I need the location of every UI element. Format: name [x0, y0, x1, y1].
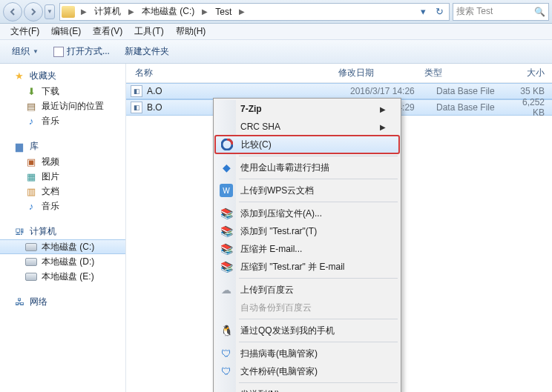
sidebar-item-pictures[interactable]: ▦图片 — [0, 169, 125, 184]
winrar-icon: 📚 — [220, 207, 233, 220]
sidebar-item-drive-d[interactable]: 本地磁盘 (D:) — [0, 254, 125, 269]
guanjia-shield-icon: 🛡 — [220, 347, 233, 360]
sidebar-item-downloads[interactable]: ⬇下载 — [0, 84, 125, 99]
compare-icon — [220, 138, 234, 151]
chevron-right-icon[interactable]: ▶ — [197, 7, 212, 16]
toolbar-open-mode[interactable]: 打开方式... — [46, 42, 117, 61]
column-date[interactable]: 修改日期 — [338, 67, 424, 79]
file-icon: ◧ — [131, 102, 142, 113]
ctx-jinshan-scan[interactable]: ◆ 使用金山毒霸进行扫描 — [215, 159, 399, 176]
crumb-computer[interactable]: 计算机 — [91, 4, 124, 19]
drive-icon — [25, 273, 37, 281]
context-menu: 7-Zip▶ CRC SHA▶ 比较(C) ◆ 使用金山毒霸进行扫描 W 上传到… — [213, 98, 401, 392]
navigation-pane: ★ 收藏夹 ⬇下载 ▤最近访问的位置 ♪音乐 ▆ 库 ▣视频 ▦图片 ▥文档 ♪… — [0, 64, 126, 392]
wps-icon: W — [220, 184, 233, 197]
computer-icon: 🖳 — [13, 226, 25, 238]
drive-icon — [25, 243, 37, 251]
menu-help[interactable]: 帮助(H) — [170, 24, 212, 39]
sidebar-network[interactable]: 🖧 网络 — [0, 294, 125, 310]
download-icon: ⬇ — [25, 85, 37, 97]
ctx-scan-guanjia[interactable]: 🛡 扫描病毒(电脑管家) — [215, 345, 399, 362]
search-icon: 🔍 — [534, 7, 545, 17]
submenu-arrow-icon: ▶ — [380, 123, 386, 131]
nav-forward-button[interactable] — [24, 2, 43, 21]
refresh-button[interactable]: ↻ — [431, 6, 447, 17]
video-icon: ▣ — [25, 156, 37, 167]
toolbar: 组织▼ 打开方式... 新建文件夹 — [0, 40, 552, 64]
library-icon: ▆ — [13, 141, 25, 153]
menu-bar: 文件(F) 编辑(E) 查看(V) 工具(T) 帮助(H) — [0, 24, 552, 40]
sidebar-libraries[interactable]: ▆ 库 — [0, 139, 125, 154]
sidebar-favorites[interactable]: ★ 收藏夹 — [0, 68, 125, 84]
ctx-wps-cloud[interactable]: W 上传到WPS云文档 — [215, 182, 399, 199]
ctx-crc-sha[interactable]: CRC SHA▶ — [215, 118, 399, 136]
baidu-icon: ☁ — [220, 283, 233, 296]
guanjia-shield-icon: 🛡 — [220, 365, 233, 378]
ctx-shred-guanjia[interactable]: 🛡 文件粉碎(电脑管家) — [215, 362, 399, 380]
chevron-down-icon: ▼ — [33, 48, 39, 55]
qq-icon: 🐧 — [220, 324, 233, 337]
ctx-compare[interactable]: 比较(C) — [215, 136, 399, 153]
app-icon — [53, 47, 64, 57]
toolbar-new-folder[interactable]: 新建文件夹 — [117, 42, 177, 61]
ctx-auto-backup-baidu: 自动备份到百度云 — [215, 299, 399, 316]
ctx-upload-baidu[interactable]: ☁ 上传到百度云 — [215, 281, 399, 299]
breadcrumb-dropdown[interactable]: ▾ — [415, 6, 431, 17]
column-size[interactable]: 大小 — [503, 67, 552, 79]
music-icon: ♪ — [25, 115, 37, 127]
sidebar-computer[interactable]: 🖳 计算机 — [0, 224, 125, 239]
sidebar-item-documents[interactable]: ▥文档 — [0, 184, 125, 199]
column-name[interactable]: 名称 — [131, 67, 338, 79]
ctx-add-testrar[interactable]: 📚 添加到 "Test.rar"(T) — [215, 222, 399, 240]
winrar-icon: 📚 — [220, 260, 233, 273]
nav-history-dropdown[interactable]: ▼ — [45, 4, 55, 19]
ctx-add-archive[interactable]: 📚 添加到压缩文件(A)... — [215, 205, 399, 222]
documents-icon: ▥ — [25, 185, 37, 197]
breadcrumb-bar[interactable]: ▶ 计算机 ▶ 本地磁盘 (C:) ▶ Test ▶ ▾ ↻ — [59, 3, 450, 21]
sidebar-item-recent[interactable]: ▤最近访问的位置 — [0, 99, 125, 113]
winrar-icon: 📚 — [220, 225, 233, 238]
winrar-icon: 📚 — [220, 242, 233, 256]
sidebar-item-drive-e[interactable]: 本地磁盘 (E:) — [0, 269, 125, 284]
submenu-arrow-icon: ▶ — [380, 105, 386, 113]
music-icon: ♪ — [25, 200, 37, 212]
sidebar-item-music2[interactable]: ♪音乐 — [0, 199, 125, 213]
crumb-test[interactable]: Test — [212, 5, 234, 19]
pictures-icon: ▦ — [25, 170, 37, 182]
search-input[interactable]: 搜索 Test 🔍 — [453, 3, 549, 21]
ctx-7zip[interactable]: 7-Zip▶ — [215, 100, 399, 118]
crumb-drive-c[interactable]: 本地磁盘 (C:) — [139, 4, 197, 19]
chevron-right-icon[interactable]: ▶ — [234, 7, 249, 16]
address-bar: ▼ ▶ 计算机 ▶ 本地磁盘 (C:) ▶ Test ▶ ▾ ↻ 搜索 Test… — [0, 0, 552, 24]
column-type[interactable]: 类型 — [424, 67, 503, 79]
star-icon: ★ — [13, 70, 25, 82]
ctx-send-to[interactable]: 发送到(N)▶ — [215, 385, 399, 392]
chevron-right-icon[interactable]: ▶ — [124, 7, 139, 16]
nav-back-button[interactable] — [3, 2, 22, 21]
file-icon: ◧ — [131, 85, 142, 97]
drive-icon — [25, 258, 37, 266]
sidebar-item-music[interactable]: ♪音乐 — [0, 113, 125, 128]
sidebar-item-videos[interactable]: ▣视频 — [0, 154, 125, 169]
column-headers: 名称 修改日期 类型 大小 — [126, 64, 552, 83]
sidebar-item-drive-c[interactable]: 本地磁盘 (C:) — [0, 239, 125, 254]
chevron-right-icon[interactable]: ▶ — [76, 7, 91, 16]
menu-tools[interactable]: 工具(T) — [128, 24, 169, 39]
network-icon: 🖧 — [13, 296, 25, 308]
folder-icon — [62, 6, 75, 18]
toolbar-organize[interactable]: 组织▼ — [4, 42, 46, 61]
ctx-send-qq[interactable]: 🐧 通过QQ发送到我的手机 — [215, 322, 399, 339]
jinshan-icon: ◆ — [220, 161, 233, 174]
menu-edit[interactable]: 编辑(E) — [45, 24, 87, 39]
recent-icon: ▤ — [25, 100, 37, 112]
file-row[interactable]: ◧ A.O 2016/3/17 14:26 Data Base File 35 … — [126, 83, 552, 99]
ctx-compress-testrar-email[interactable]: 📚 压缩到 "Test.rar" 并 E-mail — [215, 258, 399, 276]
menu-view[interactable]: 查看(V) — [87, 24, 128, 39]
menu-file[interactable]: 文件(F) — [4, 24, 45, 39]
ctx-compress-email[interactable]: 📚 压缩并 E-mail... — [215, 240, 399, 258]
